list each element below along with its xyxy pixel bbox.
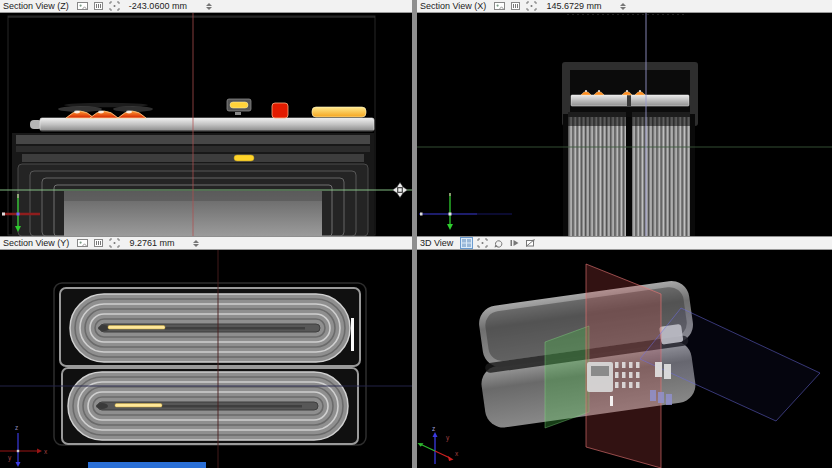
- slice-position-value[interactable]: 9.2761 mm: [129, 238, 174, 248]
- clip-icon[interactable]: [524, 238, 537, 249]
- highlight-tab-yellow: [115, 404, 162, 408]
- section-plane-green-3d[interactable]: [545, 326, 589, 428]
- view-3d-header: 3D View: [417, 236, 832, 250]
- highlight-vent-domes: [66, 111, 146, 118]
- panel-divider[interactable]: [412, 0, 417, 468]
- section-view-x-viewport[interactable]: [417, 13, 832, 236]
- slice-position-value[interactable]: -243.0600 mm: [129, 1, 187, 11]
- panel-title: 3D View: [420, 238, 453, 248]
- section-view-x-panel: Section View (X) 145.6729 mm: [417, 0, 832, 236]
- rotate-view-icon[interactable]: [492, 238, 505, 249]
- zoom-1to1-icon[interactable]: [509, 1, 522, 12]
- value-spinner[interactable]: [206, 3, 215, 10]
- section-view-y-viewport[interactable]: z x y: [0, 250, 412, 468]
- section-view-y-header: Section View (Y) 9.2761 mm: [0, 236, 412, 250]
- highlight-yellow-bar: [312, 107, 366, 117]
- snapshot-icon[interactable]: [76, 238, 89, 249]
- fit-view-icon[interactable]: [108, 238, 121, 249]
- panel-title: Section View (X): [420, 1, 486, 11]
- viewport-layout-icon[interactable]: [460, 238, 473, 249]
- jelly-roll-top: [70, 294, 350, 362]
- section-view-x-header: Section View (X) 145.6729 mm: [417, 0, 832, 13]
- animation-icon[interactable]: [508, 238, 521, 249]
- zoom-1to1-icon[interactable]: [92, 238, 105, 249]
- section-view-y-panel: Section View (Y) 9.2761 mm: [0, 236, 412, 468]
- panel-title: Section View (Z): [3, 1, 69, 11]
- section-view-z-viewport[interactable]: [0, 13, 412, 236]
- zoom-1to1-icon[interactable]: [92, 1, 105, 12]
- jelly-roll-bottom: [68, 372, 348, 440]
- terminal-bar: [571, 95, 689, 106]
- highlight-tab-yellow: [108, 326, 165, 330]
- electrode-stacks: [563, 112, 695, 236]
- battery-lid: [30, 118, 374, 131]
- highlight-red-component: [272, 103, 288, 118]
- anode-tab-white: [351, 318, 354, 351]
- value-spinner[interactable]: [193, 240, 202, 247]
- ct-inspection-workspace: Section View (Z) -243.0600 mm: [0, 0, 832, 468]
- section-view-z-panel: Section View (Z) -243.0600 mm: [0, 0, 412, 236]
- value-spinner[interactable]: [620, 3, 629, 10]
- fit-view-icon[interactable]: [108, 1, 121, 12]
- view-3d-panel: 3D View: [417, 236, 832, 468]
- panel-title: Section View (Y): [3, 238, 69, 248]
- highlight-yellow-pill: [234, 155, 254, 161]
- snapshot-icon[interactable]: [493, 1, 506, 12]
- fit-view-icon[interactable]: [476, 238, 489, 249]
- fit-view-icon[interactable]: [525, 1, 538, 12]
- taskbar-fragment[interactable]: [88, 462, 206, 468]
- svg-text:z: z: [432, 425, 435, 432]
- view-3d-viewport[interactable]: z y x: [417, 250, 832, 468]
- section-view-z-header: Section View (Z) -243.0600 mm: [0, 0, 412, 13]
- snapshot-icon[interactable]: [76, 1, 89, 12]
- slice-position-value[interactable]: 145.6729 mm: [546, 1, 601, 11]
- svg-text:z: z: [15, 424, 18, 431]
